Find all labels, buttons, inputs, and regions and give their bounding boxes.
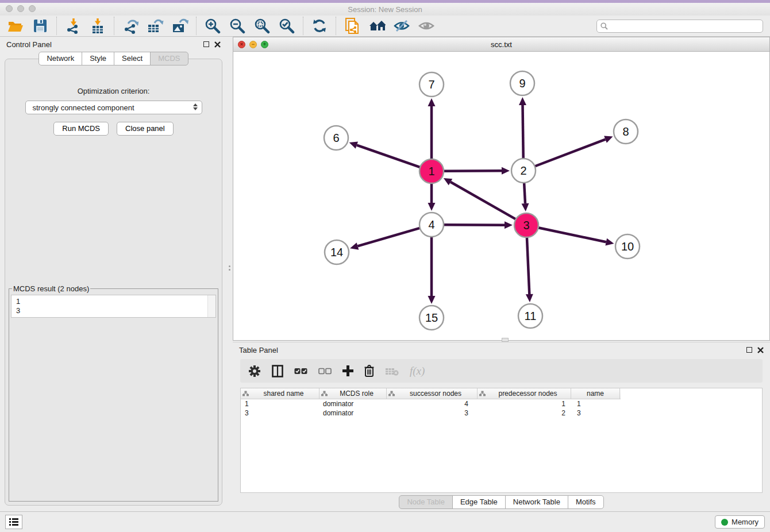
network-minimize-icon[interactable]: − <box>249 41 257 48</box>
table-cell[interactable]: 1 <box>571 400 620 408</box>
add-column-icon[interactable] <box>342 365 353 376</box>
gear-icon[interactable] <box>248 365 261 377</box>
eye-icon[interactable] <box>418 17 435 34</box>
table-cell[interactable]: 3 <box>387 409 478 417</box>
window-zoom-button[interactable] <box>29 5 36 12</box>
mcds-result-box[interactable]: 13 <box>11 295 216 318</box>
graph-edge-2-3[interactable] <box>524 183 525 203</box>
float-panel-icon[interactable] <box>203 41 209 47</box>
table-cell[interactable]: 3 <box>571 409 620 417</box>
import-table-icon[interactable] <box>89 17 106 34</box>
panel-divider[interactable] <box>227 37 233 511</box>
toolbar-separator <box>114 17 114 35</box>
table-row[interactable]: 1dominator411 <box>241 399 762 408</box>
network-resize-grip[interactable] <box>502 338 509 342</box>
zoom-in-icon[interactable] <box>204 17 221 34</box>
columns-icon[interactable] <box>272 365 283 377</box>
graph-edge-arrowhead <box>505 221 513 229</box>
tab-network[interactable]: Network <box>38 52 82 65</box>
tab-style[interactable]: Style <box>82 52 114 65</box>
trash-icon[interactable] <box>364 365 374 377</box>
tab-select[interactable]: Select <box>114 52 151 65</box>
mcds-panel: Optimization criterion: strongly connect… <box>5 59 222 506</box>
graph-edge-arrowhead <box>350 242 359 249</box>
close-table-panel-icon[interactable] <box>757 347 764 353</box>
search-box[interactable] <box>596 20 763 33</box>
toolbar-separator <box>196 17 197 35</box>
close-panel-button[interactable]: Close panel <box>117 122 174 136</box>
graph-node-label-10: 10 <box>621 240 634 253</box>
graph-edge-3-1[interactable] <box>451 182 516 219</box>
network-canvas[interactable]: 1234678910111415 <box>233 52 770 341</box>
zoom-out-icon[interactable] <box>229 17 246 34</box>
export-network-icon[interactable] <box>122 17 139 34</box>
column-header-mcds-role[interactable]: MCDS role <box>319 388 387 399</box>
graph-edge-2-9[interactable] <box>523 105 523 159</box>
graph-node-label-7: 7 <box>428 78 434 91</box>
graph-edge-3-10[interactable] <box>538 228 606 242</box>
divider-grip[interactable] <box>229 265 230 271</box>
documents-share-icon[interactable] <box>344 17 361 34</box>
column-header-predecessor-nodes[interactable]: predecessor nodes <box>478 388 571 399</box>
column-header-shared-name[interactable]: shared name <box>241 388 319 399</box>
table-cell[interactable]: 3 <box>241 409 319 417</box>
table-cell[interactable]: dominator <box>319 409 387 417</box>
mcds-result-lines: 13 <box>16 297 204 315</box>
export-table-icon[interactable] <box>147 17 164 34</box>
graph-node-label-8: 8 <box>622 125 629 138</box>
tab-motifs[interactable]: Motifs <box>568 495 604 509</box>
toolbar-separator <box>303 17 303 35</box>
task-history-button[interactable] <box>5 515 22 529</box>
graph-edge-1-2[interactable] <box>444 171 502 171</box>
tab-edge-table[interactable]: Edge Table <box>452 495 506 509</box>
function-builder-icon-disabled: f(x) <box>410 365 425 377</box>
select-all-icon[interactable] <box>294 368 307 375</box>
table-cell[interactable]: 4 <box>387 400 478 408</box>
run-mcds-button[interactable]: Run MCDS <box>53 122 109 136</box>
zoom-fit-icon[interactable] <box>253 17 271 34</box>
main-toolbar <box>0 16 770 37</box>
import-network-icon[interactable] <box>64 17 82 34</box>
result-scrollbar[interactable] <box>207 295 215 317</box>
eye-slash-icon[interactable] <box>393 17 410 34</box>
network-close-icon[interactable]: × <box>238 41 245 48</box>
close-panel-icon[interactable] <box>214 41 221 48</box>
graph-edge-arrowhead <box>428 203 436 211</box>
float-table-panel-icon[interactable] <box>746 347 752 353</box>
export-image-icon[interactable] <box>171 17 188 34</box>
graph-edge-2-8[interactable] <box>535 140 606 167</box>
search-input[interactable] <box>610 22 759 30</box>
table-panel-title: Table Panel <box>239 346 278 354</box>
graph-edge-4-14[interactable] <box>357 228 419 246</box>
table-cell[interactable]: 1 <box>241 400 319 408</box>
column-header-successor-nodes[interactable]: successor nodes <box>387 388 478 399</box>
table-cell[interactable]: 1 <box>478 400 571 408</box>
table-row[interactable]: 3dominator323 <box>241 408 762 418</box>
refresh-icon[interactable] <box>311 17 328 34</box>
network-maximize-icon[interactable]: + <box>261 41 268 48</box>
graph-edge-1-6[interactable] <box>357 145 420 168</box>
tab-mcds[interactable]: MCDS <box>150 52 188 65</box>
graph-edge-4-3[interactable] <box>444 225 505 225</box>
window-titlebar: Session: New Session <box>0 0 770 16</box>
tab-node-table[interactable]: Node Table <box>399 495 453 509</box>
table-cell[interactable]: dominator <box>319 400 387 408</box>
memory-button[interactable]: Memory <box>715 515 765 529</box>
table-cell[interactable]: 2 <box>478 409 571 417</box>
window-title: Session: New Session <box>348 5 422 14</box>
column-header-name[interactable]: name <box>571 388 620 399</box>
tab-network-table[interactable]: Network Table <box>505 495 568 509</box>
houses-icon[interactable] <box>368 17 386 34</box>
tree-icon <box>242 391 249 396</box>
window-minimize-button[interactable] <box>17 5 24 12</box>
unselect-all-icon[interactable] <box>318 368 332 375</box>
criterion-select[interactable]: strongly connected component <box>25 101 202 114</box>
control-panel-tabs: Network Style Select MCDS <box>0 52 227 65</box>
zoom-selected-icon[interactable] <box>278 17 295 34</box>
open-folder-icon[interactable] <box>7 17 24 34</box>
window-close-button[interactable] <box>6 5 13 12</box>
status-bar: Memory <box>0 511 770 532</box>
save-icon[interactable] <box>32 17 49 34</box>
graph-node-label-11: 11 <box>525 310 537 322</box>
graph-edge-3-11[interactable] <box>527 237 529 294</box>
